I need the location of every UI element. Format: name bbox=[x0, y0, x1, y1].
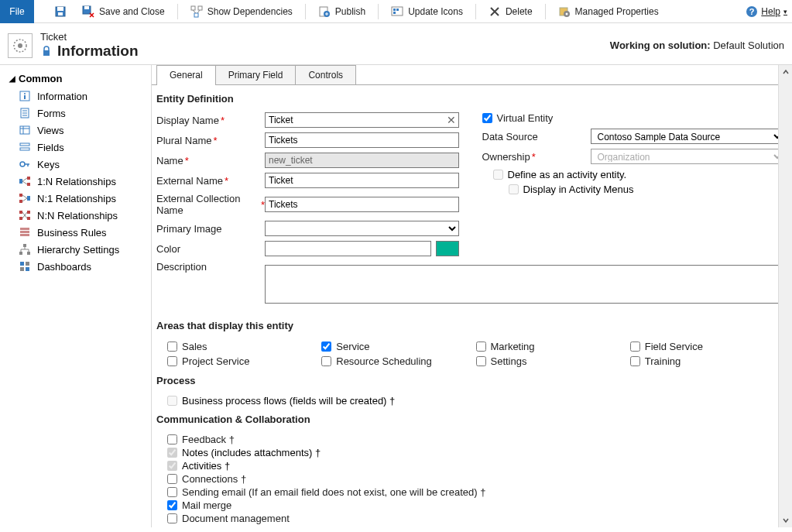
help-link[interactable]: ? Help ▾ bbox=[746, 5, 787, 18]
area-training-checkbox[interactable] bbox=[630, 356, 640, 366]
primary-image-select[interactable] bbox=[265, 221, 459, 236]
update-icons-button[interactable]: Update Icons bbox=[385, 2, 469, 21]
external-collection-input[interactable] bbox=[265, 197, 459, 212]
svg-rect-42 bbox=[27, 196, 30, 201]
nav-group-common[interactable]: ◢ Common bbox=[0, 70, 151, 88]
solution-context: Working on solution: Default Solution bbox=[610, 39, 784, 51]
area-marketing-checkbox[interactable] bbox=[476, 342, 486, 352]
area-sales-checkbox[interactable] bbox=[167, 342, 177, 352]
label-color: Color bbox=[156, 243, 180, 255]
save-close-label: Save and Close bbox=[99, 6, 165, 17]
svg-rect-1 bbox=[57, 7, 63, 11]
svg-rect-56 bbox=[23, 244, 26, 247]
mail-merge-checkbox[interactable] bbox=[167, 500, 177, 510]
ownership-select: Organization bbox=[591, 149, 785, 164]
nav-item-business-rules[interactable]: Business Rules bbox=[0, 224, 151, 241]
label-ownership: Ownership bbox=[482, 151, 530, 163]
nav-item-fields[interactable]: Fields bbox=[0, 139, 151, 156]
section-process: Process bbox=[156, 369, 784, 394]
fields-icon bbox=[19, 141, 31, 153]
business-rules-icon bbox=[19, 226, 31, 239]
tab-general[interactable]: General bbox=[156, 65, 216, 84]
svg-rect-53 bbox=[20, 228, 29, 230]
label-plural-name: Plural Name bbox=[156, 135, 212, 146]
description-textarea[interactable] bbox=[265, 265, 784, 304]
toolbar-separator bbox=[305, 4, 306, 19]
svg-point-20 bbox=[18, 43, 22, 48]
tab-primary-field[interactable]: Primary Field bbox=[215, 65, 297, 84]
update-icons-icon bbox=[391, 5, 403, 18]
toolbar-separator bbox=[545, 4, 546, 19]
color-swatch[interactable] bbox=[436, 241, 459, 256]
label-external-collection: External Collection Name bbox=[156, 193, 259, 216]
publish-label: Publish bbox=[335, 6, 365, 17]
nav-item-keys[interactable]: Keys bbox=[0, 156, 151, 173]
area-field-service-checkbox[interactable] bbox=[630, 342, 640, 352]
save-icon bbox=[54, 5, 67, 18]
svg-rect-13 bbox=[393, 12, 396, 14]
delete-icon bbox=[489, 5, 501, 18]
label-name: Name bbox=[156, 155, 183, 166]
svg-rect-12 bbox=[396, 9, 399, 11]
data-source-select[interactable]: Contoso Sample Data Source bbox=[591, 129, 785, 144]
nav-item-forms[interactable]: Forms bbox=[0, 105, 151, 122]
lock-icon bbox=[40, 45, 53, 57]
save-close-button[interactable]: Save and Close bbox=[76, 2, 171, 21]
vertical-scrollbar[interactable] bbox=[778, 65, 792, 527]
svg-rect-11 bbox=[393, 9, 396, 11]
svg-rect-37 bbox=[19, 179, 22, 184]
svg-rect-21 bbox=[43, 50, 50, 56]
nav-item-information[interactable]: Information bbox=[0, 88, 151, 105]
area-service-checkbox[interactable] bbox=[321, 342, 331, 352]
svg-line-40 bbox=[22, 178, 27, 181]
nav-item-nn-relationships[interactable]: N:N Relationships bbox=[0, 207, 151, 224]
managed-properties-button[interactable]: Managed Properties bbox=[552, 2, 665, 21]
dashboards-icon bbox=[19, 260, 31, 273]
svg-text:?: ? bbox=[749, 7, 755, 16]
area-settings-checkbox[interactable] bbox=[476, 356, 486, 366]
nav-item-dashboards[interactable]: Dashboards bbox=[0, 258, 151, 275]
show-dependencies-button[interactable]: Show Dependencies bbox=[184, 2, 299, 21]
svg-rect-33 bbox=[20, 148, 29, 150]
svg-rect-39 bbox=[27, 183, 30, 186]
scroll-up-arrow[interactable] bbox=[779, 65, 792, 79]
plural-name-input[interactable] bbox=[265, 132, 459, 148]
area-project-service-checkbox[interactable] bbox=[167, 356, 177, 366]
delete-button[interactable]: Delete bbox=[482, 2, 539, 21]
connections-checkbox[interactable] bbox=[167, 474, 177, 484]
command-bar: File Save and Close Show Dependencies Pu… bbox=[0, 0, 792, 23]
label-description: Description bbox=[156, 261, 207, 273]
collapse-icon: ◢ bbox=[9, 74, 15, 83]
scroll-down-arrow[interactable] bbox=[779, 513, 792, 527]
virtual-entity-checkbox[interactable] bbox=[482, 113, 492, 123]
label-primary-image: Primary Image bbox=[156, 223, 222, 235]
relationship-nn-icon bbox=[19, 209, 31, 221]
page-title: Information bbox=[57, 43, 139, 60]
sending-email-checkbox[interactable] bbox=[167, 487, 177, 497]
svg-rect-49 bbox=[27, 211, 30, 214]
feedback-checkbox[interactable] bbox=[167, 434, 177, 444]
nav-item-hierarchy-settings[interactable]: Hierarchy Settings bbox=[0, 241, 151, 258]
doc-mgmt-checkbox[interactable] bbox=[167, 513, 177, 523]
label-data-source: Data Source bbox=[482, 131, 538, 142]
nav-item-1n-relationships[interactable]: 1:N Relationships bbox=[0, 173, 151, 190]
area-resource-scheduling-checkbox[interactable] bbox=[321, 356, 331, 366]
display-name-input[interactable] bbox=[265, 112, 459, 128]
clear-input-icon[interactable]: ✕ bbox=[447, 114, 456, 126]
nav-item-views[interactable]: Views bbox=[0, 122, 151, 139]
update-icons-label: Update Icons bbox=[408, 6, 463, 17]
tab-controls[interactable]: Controls bbox=[295, 65, 356, 84]
svg-point-16 bbox=[565, 12, 567, 15]
save-button[interactable] bbox=[48, 2, 73, 21]
color-input[interactable] bbox=[265, 241, 431, 256]
toolbar-separator bbox=[378, 4, 379, 19]
nav-item-n1-relationships[interactable]: N:1 Relationships bbox=[0, 190, 151, 207]
section-entity-definition: Entity Definition bbox=[156, 87, 784, 112]
relationship-n1-icon bbox=[19, 192, 31, 204]
publish-button[interactable]: Publish bbox=[312, 2, 372, 21]
svg-rect-65 bbox=[20, 267, 24, 271]
svg-rect-48 bbox=[19, 217, 22, 220]
display-activity-menus-checkbox bbox=[509, 184, 519, 194]
file-menu-button[interactable]: File bbox=[0, 0, 34, 23]
external-name-input[interactable] bbox=[265, 173, 459, 188]
